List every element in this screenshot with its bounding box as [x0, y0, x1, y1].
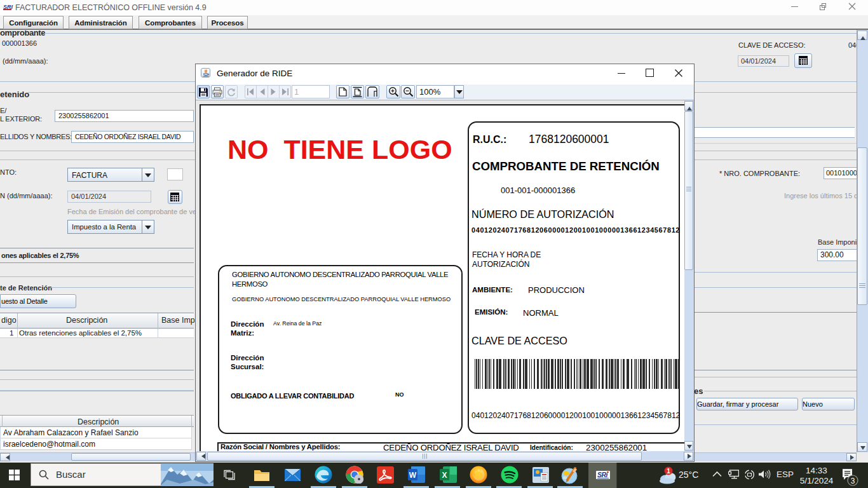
- svg-text:3: 3: [851, 477, 855, 485]
- svg-text:1: 1: [667, 468, 670, 475]
- svg-text:W: W: [409, 471, 417, 480]
- svg-text:X: X: [442, 471, 447, 480]
